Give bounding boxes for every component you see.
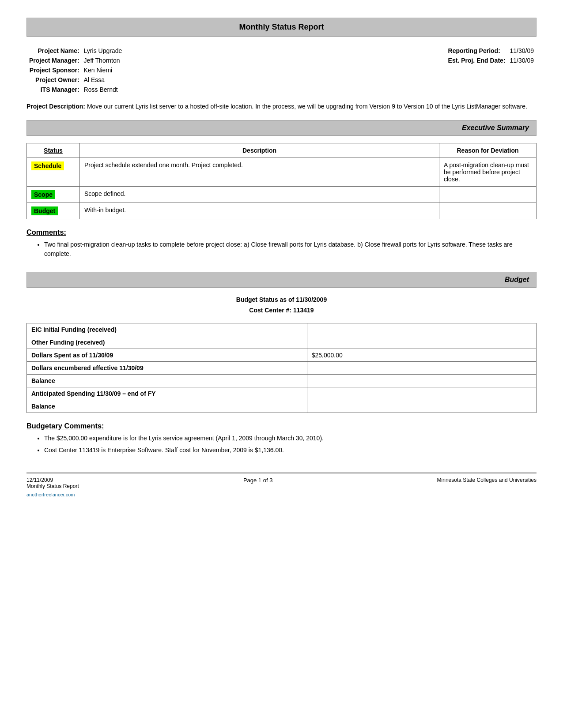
project-owner-value: Al Essa xyxy=(82,75,124,84)
project-name-value: Lyris Upgrade xyxy=(82,46,124,55)
est-end-date-value: 11/30/09 xyxy=(508,56,536,65)
scope-reason-cell xyxy=(439,187,537,203)
dollars-encumbered-label: Dollars encumbered effective 11/30/09 xyxy=(27,361,307,374)
list-item: Two final post-migration clean-up tasks … xyxy=(44,240,537,259)
budget-section-header: Budget xyxy=(26,272,537,288)
balance-label-1: Balance xyxy=(27,374,307,387)
budget-description-cell: With-in budget. xyxy=(80,203,439,219)
schedule-badge: Schedule xyxy=(31,161,64,170)
dollars-spent-value: $25,000.00 xyxy=(307,349,536,361)
footer-left: 12/11/2009 Monthly Status Report xyxy=(26,477,79,489)
project-info: Project Name: Lyris Upgrade Project Mana… xyxy=(26,45,537,95)
project-manager-value: Jeff Thornton xyxy=(82,56,124,65)
budget-status-line1: Budget Status as of 11/30/2009 xyxy=(26,295,537,305)
project-info-left: Project Name: Lyris Upgrade Project Mana… xyxy=(26,45,125,95)
status-table: Status Description Reason for Deviation … xyxy=(26,143,537,219)
list-item: Cost Center 113419 is Enterprise Softwar… xyxy=(44,446,537,455)
dollars-encumbered-value xyxy=(307,361,536,374)
footer-center: Page 1 of 3 xyxy=(243,477,273,484)
table-row: Anticipated Spending 11/30/09 – end of F… xyxy=(27,387,537,400)
balance-value-2 xyxy=(307,400,536,413)
table-row: Dollars Spent as of 11/30/09 $25,000.00 xyxy=(27,349,537,361)
budgetary-comments-label: Budgetary Comments: xyxy=(26,422,537,430)
reporting-period-value: 11/30/09 xyxy=(508,46,536,55)
table-row: Scope Scope defined. xyxy=(27,187,537,203)
list-item: The $25,000.00 expenditure is for the Ly… xyxy=(44,434,537,443)
table-row: Budget With-in budget. xyxy=(27,203,537,219)
est-end-date-label: Est. Proj. End Date: xyxy=(446,56,507,65)
its-manager-label: ITS Manager: xyxy=(27,85,81,94)
budget-status-cell: Budget xyxy=(27,203,80,219)
budget-badge: Budget xyxy=(31,206,58,215)
schedule-status-cell: Schedule xyxy=(27,158,80,187)
scope-status-cell: Scope xyxy=(27,187,80,203)
project-name-label: Project Name: xyxy=(27,46,81,55)
table-row: Other Funding (received) xyxy=(27,336,537,349)
schedule-reason-cell: A post-migration clean-up must be perfor… xyxy=(439,158,537,187)
status-col-header: Status xyxy=(27,143,80,158)
page-title: Monthly Status Report xyxy=(27,23,536,32)
balance-value-1 xyxy=(307,374,536,387)
budget-reason-cell xyxy=(439,203,537,219)
project-manager-label: Project Manager: xyxy=(27,56,81,65)
scope-description-cell: Scope defined. xyxy=(80,187,439,203)
table-row: EIC Initial Funding (received) xyxy=(27,323,537,336)
other-funding-label: Other Funding (received) xyxy=(27,336,307,349)
anticipated-spending-value xyxy=(307,387,536,400)
budget-status-line2: Cost Center #: 113419 xyxy=(26,305,537,316)
budget-table: EIC Initial Funding (received) Other Fun… xyxy=(26,323,537,413)
reporting-period-label: Reporting Period: xyxy=(446,46,507,55)
executive-summary-header: Executive Summary xyxy=(26,120,537,136)
dollars-spent-label: Dollars Spent as of 11/30/09 xyxy=(27,349,307,361)
table-row: Balance xyxy=(27,400,537,413)
other-funding-value xyxy=(307,336,536,349)
eic-funding-value xyxy=(307,323,536,336)
eic-funding-label: EIC Initial Funding (received) xyxy=(27,323,307,336)
comments-label: Comments: xyxy=(26,228,537,236)
table-row: Dollars encumbered effective 11/30/09 xyxy=(27,361,537,374)
project-owner-label: Project Owner: xyxy=(27,75,81,84)
budgetary-comments-section: Budgetary Comments: The $25,000.00 expen… xyxy=(26,422,537,455)
table-row: Balance xyxy=(27,374,537,387)
budgetary-comments-list: The $25,000.00 expenditure is for the Ly… xyxy=(44,434,537,455)
project-sponsor-value: Ken Niemi xyxy=(82,66,124,75)
table-row: Schedule Project schedule extended one m… xyxy=(27,158,537,187)
page-footer: 12/11/2009 Monthly Status Report Page 1 … xyxy=(26,473,537,489)
reason-col-header: Reason for Deviation xyxy=(439,143,537,158)
comments-list: Two final post-migration clean-up tasks … xyxy=(44,240,537,259)
its-manager-value: Ross Berndt xyxy=(82,85,124,94)
project-description-label: Project Description: xyxy=(26,103,85,110)
balance-label-2: Balance xyxy=(27,400,307,413)
comments-section: Comments: Two final post-migration clean… xyxy=(26,228,537,259)
executive-summary-title: Executive Summary xyxy=(34,124,529,132)
budget-section-title: Budget xyxy=(34,276,529,284)
project-description-text: Move our current Lyris list server to a … xyxy=(87,103,527,110)
description-col-header: Description xyxy=(80,143,439,158)
project-description: Project Description: Move our current Ly… xyxy=(26,102,537,111)
watermark: anotherfreelancer.com xyxy=(26,492,537,497)
project-info-right: Reporting Period: 11/30/09 Est. Proj. En… xyxy=(446,45,537,95)
footer-date: 12/11/2009 xyxy=(26,477,79,483)
project-sponsor-label: Project Sponsor: xyxy=(27,66,81,75)
scope-badge: Scope xyxy=(31,190,55,199)
footer-report-name: Monthly Status Report xyxy=(26,483,79,489)
schedule-description-cell: Project schedule extended one month. Pro… xyxy=(80,158,439,187)
footer-right: Minnesota State Colleges and Universitie… xyxy=(437,477,537,483)
footer-organization: Minnesota State Colleges and Universitie… xyxy=(437,477,537,483)
footer-page-info: Page 1 of 3 xyxy=(243,477,273,484)
anticipated-spending-label: Anticipated Spending 11/30/09 – end of F… xyxy=(27,387,307,400)
budget-title-box: Budget Status as of 11/30/2009 Cost Cent… xyxy=(26,295,537,316)
page-title-bar: Monthly Status Report xyxy=(26,18,537,37)
